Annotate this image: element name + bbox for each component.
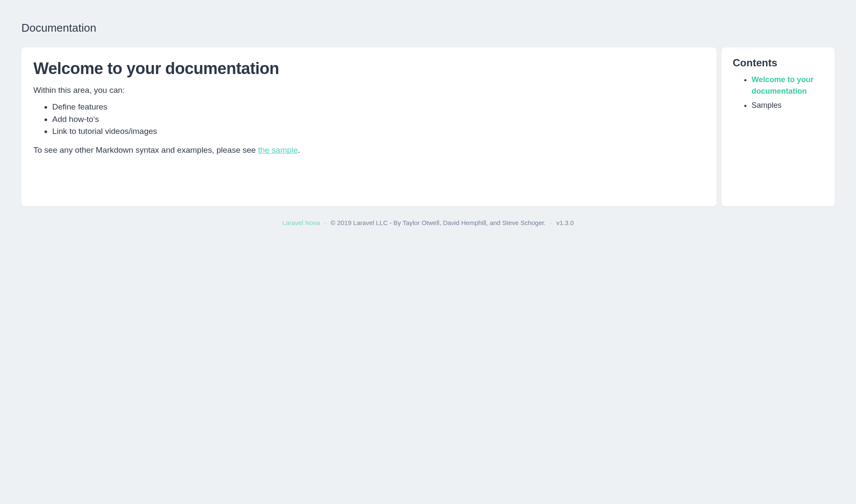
footer-copyright: © 2019 Laravel LLC - By Taylor Otwell, D…: [330, 219, 546, 226]
toc-item: Welcome to your documentation: [752, 74, 823, 97]
sidebar-heading: Contents: [733, 57, 823, 69]
page-title: Documentation: [21, 21, 835, 35]
doc-intro-text: Within this area, you can:: [33, 86, 704, 95]
page-footer: Laravel Nova · © 2019 Laravel LLC - By T…: [21, 206, 835, 239]
footer-separator: ·: [324, 219, 326, 226]
sample-link[interactable]: the sample: [258, 145, 298, 154]
list-item: Add how-to's: [52, 113, 704, 126]
main-content-card: Welcome to your documentation Within thi…: [21, 47, 716, 206]
list-item: Define features: [52, 101, 704, 113]
toc-link-welcome[interactable]: Welcome to your documentation: [752, 75, 814, 95]
doc-feature-list: Define features Add how-to's Link to tut…: [33, 101, 704, 138]
outro-prefix: To see any other Markdown syntax and exa…: [33, 145, 258, 154]
toc-link-samples[interactable]: Samples: [752, 101, 782, 110]
toc-item: Samples: [752, 100, 823, 111]
footer-separator: ·: [550, 219, 552, 226]
footer-nova-link[interactable]: Laravel Nova: [282, 219, 320, 226]
doc-heading: Welcome to your documentation: [33, 59, 704, 78]
toc-list: Welcome to your documentation Samples: [733, 74, 823, 111]
doc-outro-text: To see any other Markdown syntax and exa…: [33, 145, 704, 155]
contents-sidebar: Contents Welcome to your documentation S…: [722, 47, 835, 206]
list-item: Link to tutorial videos/images: [52, 125, 704, 138]
footer-version: v1.3.0: [556, 219, 574, 226]
outro-suffix: .: [298, 145, 300, 154]
